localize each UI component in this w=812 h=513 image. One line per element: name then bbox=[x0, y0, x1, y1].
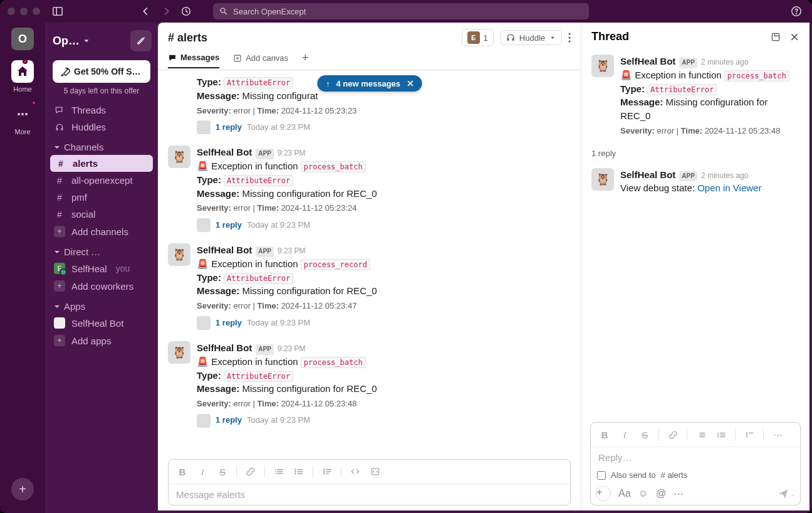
maximize-window[interactable] bbox=[33, 8, 40, 15]
bold-button[interactable]: B bbox=[596, 426, 613, 443]
minimize-window[interactable] bbox=[20, 8, 28, 15]
new-messages-pill[interactable]: ↑ 4 new messages ✕ bbox=[317, 75, 422, 92]
canvas-icon bbox=[233, 54, 242, 63]
thread-composer[interactable]: B I S ⋯ Reply… bbox=[590, 422, 801, 505]
thread-body[interactable]: 🦉 SelfHeal Bot APP 2 minutes ago 🚨 Excep… bbox=[581, 48, 809, 416]
search-input[interactable]: Search OpenExcept bbox=[213, 3, 589, 19]
home-icon bbox=[11, 60, 34, 83]
reply-link[interactable]: 1 reply bbox=[216, 317, 242, 329]
close-window[interactable] bbox=[8, 8, 15, 15]
members-button[interactable]: E 1 bbox=[462, 29, 494, 46]
more-formatting-icon[interactable]: ⋯ bbox=[769, 426, 786, 443]
compose-button[interactable] bbox=[130, 30, 152, 51]
severity-line: Severity: error | Time: 2024-11-12 05:23… bbox=[197, 203, 571, 214]
open-in-window-icon[interactable] bbox=[771, 32, 781, 42]
reply-link[interactable]: 1 reply bbox=[216, 219, 242, 231]
history-icon[interactable] bbox=[180, 6, 192, 17]
promo-banner[interactable]: Get 50% Off S… bbox=[53, 60, 150, 83]
bullet-list-button[interactable] bbox=[712, 426, 730, 443]
more-actions-icon[interactable]: ⋯ bbox=[674, 488, 684, 500]
sidebar-toggle-icon[interactable] bbox=[50, 4, 65, 19]
composer-input[interactable]: Reply… bbox=[591, 447, 800, 468]
formatting-toggle[interactable]: Aa bbox=[618, 488, 631, 499]
more-icon bbox=[11, 103, 34, 125]
channel-alerts[interactable]: # alerts bbox=[50, 155, 153, 172]
channel-all-openexcept[interactable]: # all-openexcept bbox=[45, 172, 158, 189]
member-count: 1 bbox=[484, 33, 488, 43]
strike-button[interactable]: S bbox=[636, 426, 653, 443]
ordered-list-button[interactable] bbox=[692, 426, 710, 443]
nav-rail: O Home More + bbox=[0, 23, 45, 513]
author-name[interactable]: SelfHeal Bot bbox=[620, 55, 675, 68]
bullet-list-button[interactable] bbox=[290, 463, 308, 480]
blockquote-button[interactable] bbox=[741, 426, 758, 443]
severity-line: Severity: error | Time: 2024-11-12 05:23… bbox=[197, 300, 571, 312]
sidebar-threads[interactable]: Threads bbox=[45, 102, 158, 119]
link-button[interactable] bbox=[664, 426, 682, 443]
message-composer[interactable]: B I S Message #alerts bbox=[168, 459, 571, 505]
channels-label: Channels bbox=[64, 142, 103, 152]
help-icon[interactable] bbox=[791, 6, 802, 17]
workspace-name-button[interactable]: Op… bbox=[53, 34, 91, 48]
tab-add-canvas[interactable]: Add canvas bbox=[233, 53, 288, 68]
ordered-list-button[interactable] bbox=[270, 463, 288, 480]
author-name[interactable]: SelfHeal Bot bbox=[197, 341, 252, 355]
composer-input[interactable]: Message #alerts bbox=[169, 484, 570, 505]
workspace-switcher[interactable]: O bbox=[11, 28, 34, 50]
reply-time: Today at 9:23 PM bbox=[247, 415, 310, 426]
msg-label: Message: bbox=[197, 285, 239, 296]
add-coworkers[interactable]: + Add coworkers bbox=[45, 277, 158, 295]
italic-button[interactable]: I bbox=[194, 463, 211, 480]
strike-button[interactable]: S bbox=[214, 463, 231, 480]
close-icon[interactable]: ✕ bbox=[407, 78, 414, 88]
channel-pmf[interactable]: # pmf bbox=[45, 189, 158, 206]
timestamp: 9:23 PM bbox=[278, 246, 306, 256]
nav-forward-icon[interactable] bbox=[160, 6, 172, 17]
author-name[interactable]: SelfHeal Bot bbox=[197, 145, 252, 159]
more-actions-icon[interactable] bbox=[568, 33, 571, 43]
chevron-down-icon bbox=[82, 36, 91, 45]
send-button[interactable] bbox=[778, 488, 789, 499]
author-name[interactable]: SelfHeal Bot bbox=[197, 243, 252, 257]
workspace-name: Op… bbox=[53, 34, 80, 48]
bold-button[interactable]: B bbox=[174, 463, 191, 480]
add-workspace-button[interactable]: + bbox=[11, 478, 34, 500]
blockquote-button[interactable] bbox=[318, 463, 336, 480]
italic-button[interactable]: I bbox=[616, 426, 633, 443]
channels-section-header[interactable]: Channels bbox=[45, 135, 158, 155]
attach-button[interactable]: + bbox=[596, 486, 611, 501]
apps-section-header[interactable]: Apps bbox=[45, 295, 158, 314]
rail-home[interactable]: Home bbox=[11, 60, 34, 93]
mention-button[interactable]: @ bbox=[656, 488, 666, 499]
sidebar-huddles[interactable]: Huddles bbox=[45, 119, 158, 135]
open-viewer-link[interactable]: Open in Viewer bbox=[697, 182, 761, 193]
tab-messages[interactable]: Messages bbox=[168, 53, 219, 68]
nav-back-icon[interactable] bbox=[140, 6, 152, 17]
close-thread-icon[interactable] bbox=[789, 32, 799, 42]
tab-add[interactable]: + bbox=[302, 51, 309, 70]
channel-social[interactable]: # social bbox=[45, 206, 158, 223]
tab-canvas-label: Add canvas bbox=[246, 53, 288, 63]
app-selfheal-bot[interactable]: SelfHeal Bot bbox=[45, 314, 158, 332]
svg-point-20 bbox=[717, 436, 719, 437]
dms-section-header[interactable]: Direct … bbox=[45, 240, 158, 260]
type-value: AttributeError bbox=[224, 77, 293, 88]
message-list[interactable]: ↑ 4 new messages ✕ Type: AttributeError … bbox=[158, 70, 581, 453]
add-channels[interactable]: + Add channels bbox=[45, 223, 158, 240]
emoji-button[interactable]: ☺ bbox=[638, 488, 648, 499]
add-apps[interactable]: + Add apps bbox=[45, 332, 158, 349]
author-name[interactable]: SelfHeal Bot bbox=[620, 168, 675, 182]
link-button[interactable] bbox=[242, 463, 259, 480]
channel-title-button[interactable]: # alerts bbox=[168, 31, 207, 45]
reply-link[interactable]: 1 reply bbox=[216, 122, 242, 134]
reply-link[interactable]: 1 reply bbox=[216, 415, 242, 426]
type-label: Type: bbox=[197, 272, 221, 283]
dm-self[interactable]: E SelfHeal you bbox=[45, 260, 158, 277]
also-send-checkbox[interactable] bbox=[597, 471, 606, 480]
send-options-icon[interactable]: ⌵ bbox=[791, 490, 795, 497]
huddle-button[interactable]: Huddle bbox=[500, 30, 562, 45]
codeblock-button[interactable] bbox=[367, 463, 384, 480]
code-button[interactable] bbox=[346, 463, 364, 480]
rail-more[interactable]: More bbox=[11, 103, 34, 135]
func-name: process_batch bbox=[724, 70, 789, 82]
